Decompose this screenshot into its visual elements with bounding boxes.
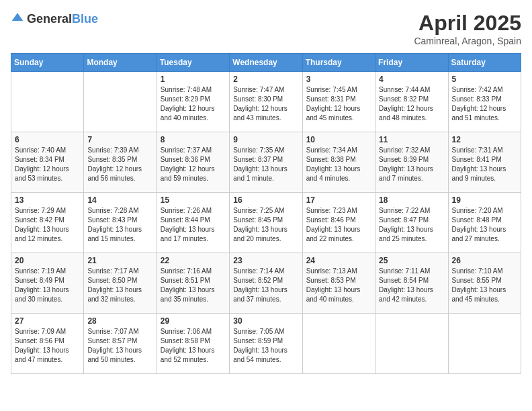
day-number: 4 — [379, 75, 444, 84]
day-number: 20 — [15, 256, 80, 265]
day-number: 14 — [87, 195, 152, 205]
day-number: 26 — [452, 256, 517, 265]
day-info: Sunrise: 7:22 AMSunset: 8:47 PMDaylight:… — [379, 206, 444, 244]
calendar-cell: 21Sunrise: 7:17 AMSunset: 8:50 PMDayligh… — [84, 253, 157, 314]
svg-marker-0 — [12, 13, 24, 21]
day-number: 10 — [306, 135, 371, 144]
day-info: Sunrise: 7:06 AMSunset: 8:58 PMDaylight:… — [161, 327, 226, 365]
calendar-cell: 20Sunrise: 7:19 AMSunset: 8:49 PMDayligh… — [11, 253, 84, 314]
day-info: Sunrise: 7:29 AMSunset: 8:42 PMDaylight:… — [15, 206, 80, 244]
calendar-cell — [375, 314, 448, 374]
day-info: Sunrise: 7:17 AMSunset: 8:50 PMDaylight:… — [87, 267, 152, 304]
calendar-cell: 3Sunrise: 7:45 AMSunset: 8:31 PMDaylight… — [302, 72, 375, 132]
day-info: Sunrise: 7:31 AMSunset: 8:41 PMDaylight:… — [452, 146, 517, 183]
day-info: Sunrise: 7:39 AMSunset: 8:35 PMDaylight:… — [87, 146, 152, 183]
calendar-cell: 18Sunrise: 7:22 AMSunset: 8:47 PMDayligh… — [375, 193, 448, 253]
header: GeneralBlue April 2025 Caminreal, Aragon… — [11, 11, 521, 46]
weekday-header: Wednesday — [230, 54, 302, 72]
calendar-cell: 1Sunrise: 7:48 AMSunset: 8:29 PMDaylight… — [157, 72, 229, 132]
day-info: Sunrise: 7:42 AMSunset: 8:33 PMDaylight:… — [452, 85, 517, 123]
day-number: 17 — [306, 195, 371, 205]
day-info: Sunrise: 7:47 AMSunset: 8:30 PMDaylight:… — [233, 85, 298, 123]
day-info: Sunrise: 7:05 AMSunset: 8:59 PMDaylight:… — [233, 327, 298, 365]
calendar-week-row: 6Sunrise: 7:40 AMSunset: 8:34 PMDaylight… — [11, 132, 521, 193]
day-number: 1 — [161, 75, 226, 84]
day-number: 11 — [379, 135, 444, 144]
logo-general: General — [27, 12, 72, 26]
calendar-cell: 11Sunrise: 7:32 AMSunset: 8:39 PMDayligh… — [375, 132, 448, 193]
weekday-header: Sunday — [11, 54, 84, 72]
day-number: 30 — [233, 316, 298, 326]
calendar-table: SundayMondayTuesdayWednesdayThursdayFrid… — [11, 53, 521, 374]
day-number: 2 — [233, 75, 298, 84]
day-info: Sunrise: 7:45 AMSunset: 8:31 PMDaylight:… — [306, 85, 371, 123]
day-number: 13 — [15, 195, 80, 205]
day-number: 22 — [161, 256, 226, 265]
day-info: Sunrise: 7:48 AMSunset: 8:29 PMDaylight:… — [161, 85, 226, 123]
day-info: Sunrise: 7:16 AMSunset: 8:51 PMDaylight:… — [161, 267, 226, 304]
calendar-week-row: 1Sunrise: 7:48 AMSunset: 8:29 PMDaylight… — [11, 72, 521, 132]
day-info: Sunrise: 7:25 AMSunset: 8:45 PMDaylight:… — [233, 206, 298, 244]
day-number: 25 — [379, 256, 444, 265]
day-info: Sunrise: 7:28 AMSunset: 8:43 PMDaylight:… — [87, 206, 152, 244]
day-number: 19 — [452, 195, 517, 205]
calendar-cell: 24Sunrise: 7:13 AMSunset: 8:53 PMDayligh… — [302, 253, 375, 314]
day-info: Sunrise: 7:20 AMSunset: 8:48 PMDaylight:… — [452, 206, 517, 244]
calendar-cell: 23Sunrise: 7:14 AMSunset: 8:52 PMDayligh… — [230, 253, 302, 314]
day-info: Sunrise: 7:37 AMSunset: 8:36 PMDaylight:… — [161, 146, 226, 183]
calendar-cell — [11, 72, 84, 132]
calendar-week-row: 27Sunrise: 7:09 AMSunset: 8:56 PMDayligh… — [11, 314, 521, 374]
location-subtitle: Caminreal, Aragon, Spain — [414, 36, 521, 46]
calendar-cell: 2Sunrise: 7:47 AMSunset: 8:30 PMDaylight… — [230, 72, 302, 132]
calendar-cell: 4Sunrise: 7:44 AMSunset: 8:32 PMDaylight… — [375, 72, 448, 132]
logo: GeneralBlue — [11, 11, 98, 27]
day-info: Sunrise: 7:13 AMSunset: 8:53 PMDaylight:… — [306, 267, 371, 304]
day-info: Sunrise: 7:35 AMSunset: 8:37 PMDaylight:… — [233, 146, 298, 183]
generalblue-icon — [11, 11, 24, 24]
weekday-header: Tuesday — [157, 54, 229, 72]
calendar-cell: 14Sunrise: 7:28 AMSunset: 8:43 PMDayligh… — [84, 193, 157, 253]
day-info: Sunrise: 7:07 AMSunset: 8:57 PMDaylight:… — [87, 327, 152, 365]
calendar-cell: 22Sunrise: 7:16 AMSunset: 8:51 PMDayligh… — [157, 253, 229, 314]
day-number: 9 — [233, 135, 298, 144]
calendar-cell: 25Sunrise: 7:11 AMSunset: 8:54 PMDayligh… — [375, 253, 448, 314]
day-number: 27 — [15, 316, 80, 326]
day-number: 16 — [233, 195, 298, 205]
day-number: 15 — [161, 195, 226, 205]
day-number: 23 — [233, 256, 298, 265]
calendar-header-row: SundayMondayTuesdayWednesdayThursdayFrid… — [11, 54, 521, 72]
day-info: Sunrise: 7:23 AMSunset: 8:46 PMDaylight:… — [306, 206, 371, 244]
day-info: Sunrise: 7:10 AMSunset: 8:55 PMDaylight:… — [452, 267, 517, 304]
day-info: Sunrise: 7:32 AMSunset: 8:39 PMDaylight:… — [379, 146, 444, 183]
calendar-cell: 27Sunrise: 7:09 AMSunset: 8:56 PMDayligh… — [11, 314, 84, 374]
calendar-cell: 12Sunrise: 7:31 AMSunset: 8:41 PMDayligh… — [448, 132, 521, 193]
day-number: 28 — [87, 316, 152, 326]
day-number: 24 — [306, 256, 371, 265]
calendar-cell: 17Sunrise: 7:23 AMSunset: 8:46 PMDayligh… — [302, 193, 375, 253]
calendar-cell — [302, 314, 375, 374]
calendar-cell: 15Sunrise: 7:26 AMSunset: 8:44 PMDayligh… — [157, 193, 229, 253]
title-area: April 2025 Caminreal, Aragon, Spain — [414, 11, 521, 46]
day-info: Sunrise: 7:26 AMSunset: 8:44 PMDaylight:… — [161, 206, 226, 244]
day-info: Sunrise: 7:40 AMSunset: 8:34 PMDaylight:… — [15, 146, 80, 183]
weekday-header: Friday — [375, 54, 448, 72]
weekday-header: Monday — [84, 54, 157, 72]
day-number: 29 — [161, 316, 226, 326]
day-info: Sunrise: 7:44 AMSunset: 8:32 PMDaylight:… — [379, 85, 444, 123]
calendar-cell: 29Sunrise: 7:06 AMSunset: 8:58 PMDayligh… — [157, 314, 229, 374]
calendar-cell: 28Sunrise: 7:07 AMSunset: 8:57 PMDayligh… — [84, 314, 157, 374]
day-info: Sunrise: 7:11 AMSunset: 8:54 PMDaylight:… — [379, 267, 444, 304]
calendar-cell: 26Sunrise: 7:10 AMSunset: 8:55 PMDayligh… — [448, 253, 521, 314]
calendar-cell — [448, 314, 521, 374]
day-info: Sunrise: 7:14 AMSunset: 8:52 PMDaylight:… — [233, 267, 298, 304]
calendar-week-row: 20Sunrise: 7:19 AMSunset: 8:49 PMDayligh… — [11, 253, 521, 314]
day-number: 18 — [379, 195, 444, 205]
calendar-cell: 30Sunrise: 7:05 AMSunset: 8:59 PMDayligh… — [230, 314, 302, 374]
calendar-cell: 8Sunrise: 7:37 AMSunset: 8:36 PMDaylight… — [157, 132, 229, 193]
day-number: 3 — [306, 75, 371, 84]
day-info: Sunrise: 7:09 AMSunset: 8:56 PMDaylight:… — [15, 327, 80, 365]
calendar-week-row: 13Sunrise: 7:29 AMSunset: 8:42 PMDayligh… — [11, 193, 521, 253]
page-title: April 2025 — [414, 11, 521, 36]
calendar-cell: 10Sunrise: 7:34 AMSunset: 8:38 PMDayligh… — [302, 132, 375, 193]
calendar-cell — [84, 72, 157, 132]
